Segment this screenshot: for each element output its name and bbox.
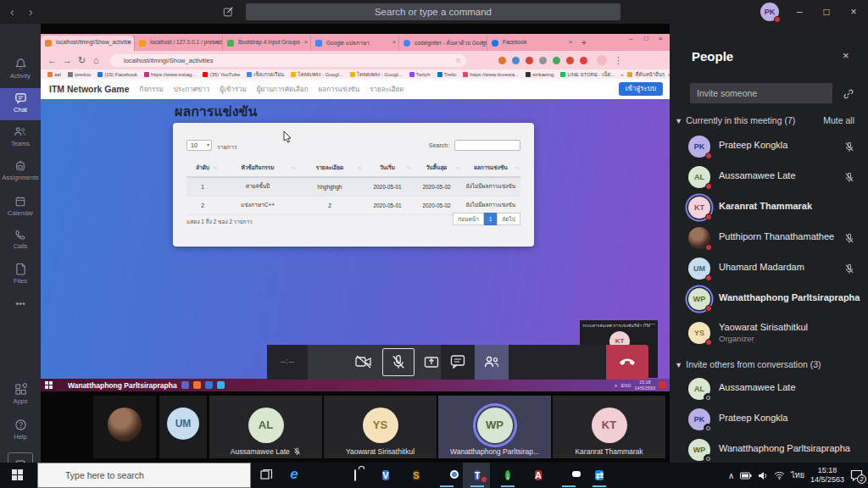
suggestion-row[interactable]: WP Wanatthaphong Parltsiraprapha [670,435,868,466]
participant-row[interactable]: AL Aussamawee Late [670,163,868,193]
bookmarks-overflow[interactable]: »ที่คั่นหน้าอื่นๆ [617,69,668,79]
browser-tab[interactable]: Bootstrap 4 Input Groups× [222,36,310,51]
participant-row[interactable]: PK Prateep Kongkla [670,132,868,163]
browser-profile-avatar[interactable] [597,55,607,65]
bookmark-item[interactable]: (15) Facebook [97,72,137,77]
nav-details[interactable]: รายละเอียด [370,84,403,95]
bookmark-item[interactable]: Trello [437,72,457,77]
back-icon[interactable]: ‹ [10,0,14,24]
video-tile[interactable]: UM [159,396,207,458]
code-editor-icon[interactable]: S [407,467,426,484]
rail-item-chat[interactable]: Chat [0,88,41,120]
participant-row[interactable]: YS Yaowarat Sirisathitkul Organizer [670,315,868,352]
participant-row[interactable]: KT Karanrat Thammarak [670,193,868,224]
bookmark-item[interactable]: https://www.instag... [144,72,196,77]
suggestion-row[interactable]: AL Aussamawee Late [670,374,868,405]
column-header[interactable]: หัวข้อกิจกรรม↑↓ [219,158,297,177]
meeting-section-header[interactable]: ▾ Currently in this meeting (7) Mute all [676,115,863,125]
vscode-icon[interactable]: V [376,467,395,484]
table-row[interactable]: 1 ค่าย4ชั้นปี hhghghgh 2020-05-01 2020-0… [186,177,520,196]
video-tile-speaking[interactable]: WP Wanatthaphong Parltsirap... [438,396,551,458]
bookmark-item[interactable]: https://www.ilovesta... [463,72,519,77]
tab-close-icon[interactable]: × [569,39,572,45]
invite-input[interactable] [690,83,832,103]
tab-close-icon[interactable]: × [304,39,308,45]
bookmark-item[interactable]: LINE STORE - เน็ต... [560,70,615,79]
copy-link-icon[interactable] [843,88,854,100]
taskbar-search-input[interactable] [37,463,251,488]
rail-item-more[interactable]: ••• [0,295,41,312]
tab-close-icon[interactable]: × [481,39,484,45]
bookmark-item[interactable]: sirikaeing [526,72,554,77]
nav-news[interactable]: ประกาศข่าว [174,84,210,95]
extension-icon[interactable] [566,57,574,64]
table-search-input[interactable] [454,140,520,151]
page-1-button[interactable]: 1 [484,213,498,225]
extension-icon[interactable] [539,57,547,64]
browser-tab[interactable]: localhost/itmngi/Show_activitie× [41,36,134,51]
minimize-button[interactable]: – [787,0,812,24]
bookmark-item[interactable]: Twitch [409,72,431,77]
browser-close-icon[interactable]: × [659,35,663,42]
mic-off-icon[interactable] [844,233,854,244]
tab-close-icon[interactable]: × [128,39,131,45]
chrome-icon[interactable] [437,467,456,484]
line-icon[interactable] [559,467,578,484]
rail-item-files[interactable]: Files [0,259,41,291]
bookmark-item[interactable]: โหลดเพลง - Googl... [350,70,403,79]
forward-icon[interactable]: › [29,0,33,24]
teamviewer-icon[interactable]: ⇄ [590,467,609,484]
command-search-input[interactable]: Search or type a command [246,3,620,20]
bookmark-item[interactable]: (35) YouTube [203,72,240,77]
idm-icon[interactable]: ↓ [498,467,517,484]
page-length-select[interactable]: 10▾ [186,140,212,151]
bookmark-item[interactable]: ijeeduu [68,72,91,77]
video-tile[interactable]: KT Karanrat Thammarak [553,396,665,458]
hangup-button[interactable] [606,345,648,380]
bookmark-item[interactable]: โหลดเพลง - Googl... [291,70,343,79]
float-minimize-icon[interactable]: — [650,321,655,326]
browser-back-icon[interactable]: ← [47,51,57,69]
prev-page-button[interactable]: ก่อนหน้า [453,213,484,225]
extension-icon[interactable] [526,57,533,64]
rail-item-assignments[interactable]: Assignments [0,156,41,190]
nav-results[interactable]: ผลการแข่งขัน [319,84,360,95]
task-view-icon[interactable] [259,469,273,482]
video-tile[interactable]: YS Yaowarat Sirisathitkul [324,396,437,458]
next-page-button[interactable]: ถัดไป [497,213,520,225]
close-button[interactable]: × [841,0,866,24]
column-header[interactable]: ลำดับ↑↓ [186,158,219,177]
extension-icon[interactable] [553,57,560,64]
nav-activities[interactable]: กิจกรรม [140,84,164,95]
extension-icon[interactable] [512,57,520,64]
browser-forward-icon[interactable]: → [63,51,72,69]
language-indicator[interactable]: ไทย [791,469,804,481]
extension-icon[interactable] [580,57,587,64]
share-screen-icon[interactable] [424,354,439,369]
rail-item-apps[interactable]: Apps [0,380,41,412]
column-header[interactable]: วันเริ่ม↑↓ [363,158,412,177]
browser-tab[interactable]: codeigniter - ค้นหาด้วย Google× [398,36,487,51]
participant-row[interactable]: Putthiporn Thanathamathee [670,224,868,254]
bookmark-item[interactable]: aal [47,72,61,77]
suggestion-row[interactable]: PK Prateep Kongkla [670,405,868,435]
invite-section-header[interactable]: ▾ Invite others from conversation (3) [676,359,863,369]
browser-tab[interactable]: Google แปลภาษา× [310,36,398,51]
column-header[interactable]: ผลการแข่งขัน↑↓ [461,158,520,177]
wifi-icon[interactable] [774,471,785,480]
webapp-brand[interactable]: ITM Network Game [49,84,130,94]
mic-off-icon[interactable] [844,172,854,183]
mute-all-button[interactable]: Mute all [823,115,854,125]
tab-close-icon[interactable]: × [392,39,396,45]
column-header[interactable]: วันสิ้นสุด↑↓ [412,158,461,177]
participant-row[interactable]: WP Wanatthaphong Parltsiraprapha [670,285,868,315]
action-center-icon[interactable]: 2 [850,469,863,481]
tab-close-icon[interactable]: × [216,39,220,45]
rail-item-help[interactable]: Help [0,415,41,447]
video-tile[interactable]: AL Aussamawee Late [209,396,322,458]
rail-item-activity[interactable]: Activity [0,54,41,86]
table-row[interactable]: 2 แข่งภาษาC++ 2 2020-05-01 2020-05-02 ยั… [186,196,520,214]
bookmark-item[interactable]: เช็คเกรดเรียน [247,70,284,79]
browser-tab[interactable]: Facebook× [487,36,575,51]
browser-tab[interactable]: localhost / 127.0.0.1 / presect |...× [134,36,222,51]
